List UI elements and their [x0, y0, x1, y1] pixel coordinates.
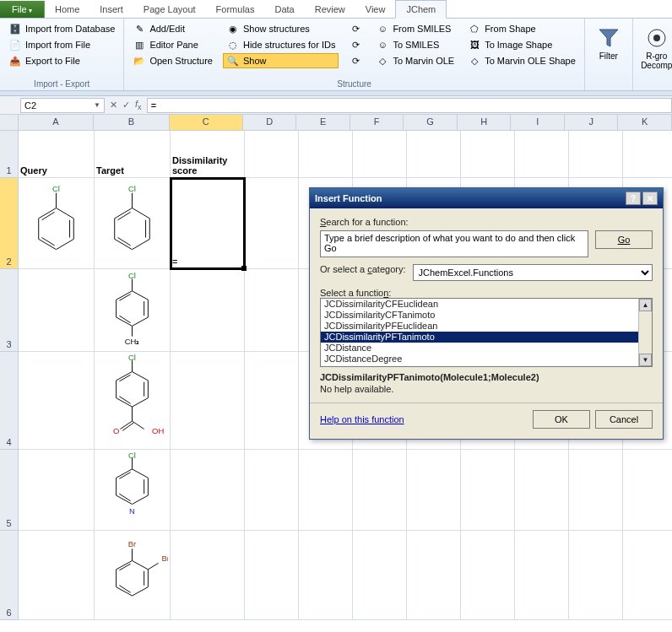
cell-a2[interactable]: Cl — [19, 178, 95, 269]
cancel-button[interactable]: Cancel — [595, 410, 653, 429]
name-box-dropdown-icon[interactable]: ▼ — [94, 101, 100, 109]
row-header-6[interactable]: 6 — [0, 531, 19, 620]
cell-d2[interactable] — [245, 178, 299, 269]
category-select[interactable]: JChemExcel.Functions — [413, 264, 653, 281]
cell-g1[interactable] — [407, 131, 461, 178]
dialog-titlebar[interactable]: Insert Function ? ✕ — [310, 188, 663, 208]
editor-pane-button[interactable]: ▥Editor Pane — [129, 37, 216, 52]
ok-button[interactable]: OK — [533, 410, 590, 429]
cell-i1[interactable] — [515, 131, 569, 178]
col-header-f[interactable]: F — [350, 115, 404, 131]
cell-i5[interactable] — [515, 450, 569, 531]
convert-menu-3[interactable]: ⟳ — [345, 53, 366, 68]
function-list-scrollbar[interactable]: ▲ ▼ — [638, 299, 652, 366]
function-list-item[interactable]: JCDistanceDegree — [321, 354, 652, 365]
row-header-3[interactable]: 3 — [0, 269, 19, 352]
cell-a6[interactable] — [19, 531, 95, 620]
go-button[interactable]: Go — [595, 230, 653, 249]
cell-d1[interactable] — [245, 131, 299, 178]
cell-k1[interactable] — [623, 131, 672, 178]
cell-f5[interactable] — [353, 450, 407, 531]
col-header-k[interactable]: K — [618, 115, 672, 131]
function-list-item[interactable]: JCDissimilarityCFEuclidean — [321, 299, 652, 310]
cell-c1[interactable]: Dissimilarity score — [171, 131, 245, 178]
dialog-close-button[interactable]: ✕ — [642, 192, 658, 205]
to-marvin-ole-button[interactable]: ◇To Marvin OLE — [372, 53, 458, 68]
tab-jchem[interactable]: JChem — [395, 0, 447, 19]
cell-g6[interactable] — [407, 531, 461, 620]
filter-button[interactable]: Filter — [590, 21, 627, 64]
cell-g5[interactable] — [407, 450, 461, 531]
cell-f6[interactable] — [353, 531, 407, 620]
hide-structures-for-ids-button[interactable]: ◌Hide structures for IDs — [223, 37, 339, 52]
tab-page-layout[interactable]: Page Layout — [133, 1, 206, 18]
row-header-2[interactable]: 2 — [0, 178, 19, 269]
cell-d6[interactable] — [245, 531, 299, 620]
col-header-g[interactable]: G — [404, 115, 458, 131]
cell-c6[interactable] — [171, 531, 245, 620]
to-smiles-button[interactable]: ☺To SMILES — [372, 37, 458, 52]
cell-j6[interactable] — [569, 531, 623, 620]
to-marvin-ole-shape-button[interactable]: ◇To Marvin OLE Shape — [464, 53, 579, 68]
cell-a3[interactable] — [19, 269, 95, 352]
tab-view[interactable]: View — [355, 1, 396, 18]
cell-b4[interactable]: Cl O OH — [95, 352, 171, 450]
show-button[interactable]: 🔍Show — [223, 53, 339, 68]
add-edit-button[interactable]: ✎Add/Edit — [129, 21, 216, 36]
cell-c3[interactable] — [171, 269, 245, 352]
search-function-input[interactable]: Type a brief description of what you wan… — [320, 230, 588, 257]
to-image-shape-button[interactable]: 🖼To Image Shape — [464, 37, 579, 52]
function-list-item[interactable]: JCDominantTautomerCount — [321, 365, 652, 366]
cell-d4[interactable] — [245, 352, 299, 450]
cell-a4[interactable] — [19, 352, 95, 450]
cell-k5[interactable] — [623, 450, 672, 531]
tab-formulas[interactable]: Formulas — [206, 1, 265, 18]
cell-e6[interactable] — [299, 531, 353, 620]
cell-a5[interactable] — [19, 450, 95, 531]
row-header-1[interactable]: 1 — [0, 131, 19, 178]
col-header-b[interactable]: B — [94, 115, 169, 131]
function-list-item-selected[interactable]: JCDissimilarityPFTanimoto — [321, 332, 652, 343]
col-header-d[interactable]: D — [243, 115, 297, 131]
cell-b6[interactable]: Br Br — [95, 531, 171, 620]
tab-insert[interactable]: Insert — [89, 1, 133, 18]
from-smiles-button[interactable]: ☺From SMILES — [372, 21, 458, 36]
cell-j1[interactable] — [569, 131, 623, 178]
cell-d3[interactable] — [245, 269, 299, 352]
cell-e5[interactable] — [299, 450, 353, 531]
col-header-a[interactable]: A — [19, 115, 94, 131]
open-structure-button[interactable]: 📂Open Structure — [129, 53, 216, 68]
cell-a1[interactable]: Query — [19, 131, 95, 178]
col-header-i[interactable]: I — [511, 115, 565, 131]
export-to-file-button[interactable]: 📤Export to File — [5, 53, 118, 68]
show-structures-button[interactable]: ◉Show structures — [223, 21, 339, 36]
import-from-database-button[interactable]: 🗄️Import from Database — [5, 21, 118, 36]
dialog-help-button[interactable]: ? — [626, 192, 641, 205]
convert-menu-2[interactable]: ⟳ — [345, 37, 366, 52]
cell-b2[interactable]: Cl — [95, 178, 171, 269]
help-on-this-function-link[interactable]: Help on this function — [320, 414, 404, 424]
cancel-formula-icon[interactable]: ✕ — [110, 100, 117, 111]
cell-h5[interactable] — [461, 450, 515, 531]
convert-menu-1[interactable]: ⟳ — [345, 21, 366, 36]
cell-b5[interactable]: Cl N — [95, 450, 171, 531]
cell-k6[interactable] — [623, 531, 672, 620]
cell-c4[interactable] — [171, 352, 245, 450]
cell-c2[interactable]: = — [171, 178, 245, 269]
cell-f1[interactable] — [353, 131, 407, 178]
col-header-c[interactable]: C — [170, 115, 243, 131]
cell-e1[interactable] — [299, 131, 353, 178]
cell-h1[interactable] — [461, 131, 515, 178]
from-shape-button[interactable]: ⬠From Shape — [464, 21, 579, 36]
function-list-item[interactable]: JCDistance — [321, 343, 652, 354]
cell-d5[interactable] — [245, 450, 299, 531]
scroll-down-icon[interactable]: ▼ — [639, 354, 652, 366]
name-box[interactable]: C2▼ — [20, 98, 105, 113]
cell-b1[interactable]: Target — [95, 131, 171, 178]
tab-home[interactable]: Home — [45, 1, 89, 18]
accept-formula-icon[interactable]: ✓ — [122, 100, 130, 111]
cell-b3[interactable]: Cl CH₃ — [95, 269, 171, 352]
col-header-e[interactable]: E — [296, 115, 350, 131]
import-from-file-button[interactable]: 📄Import from File — [5, 37, 118, 52]
col-header-h[interactable]: H — [458, 115, 512, 131]
